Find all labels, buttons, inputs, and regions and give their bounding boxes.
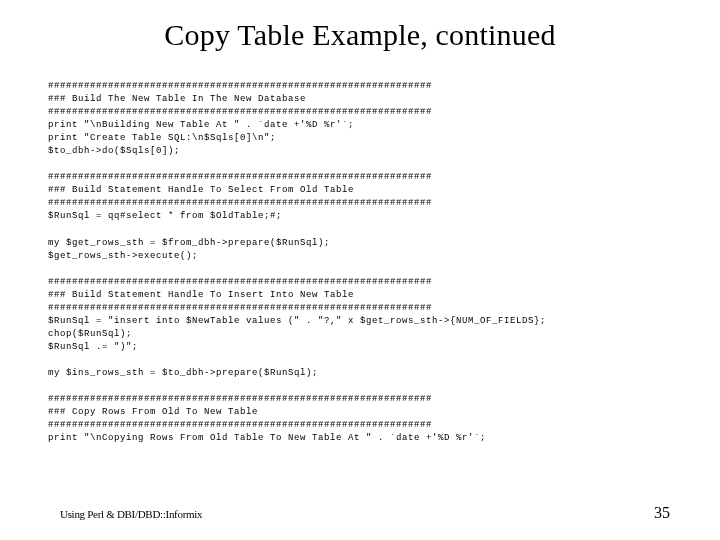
slide: Copy Table Example, continued ##########… [0,0,720,540]
page-number: 35 [654,504,670,522]
slide-title: Copy Table Example, continued [0,18,720,52]
footer-text: Using Perl & DBI/DBD::Informix [60,508,202,520]
code-block: ########################################… [48,80,688,445]
